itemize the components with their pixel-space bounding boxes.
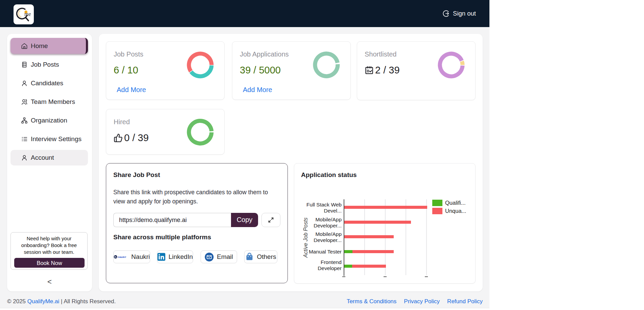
svg-text:me: me — [24, 11, 31, 17]
svg-text:naukri: naukri — [118, 256, 127, 259]
